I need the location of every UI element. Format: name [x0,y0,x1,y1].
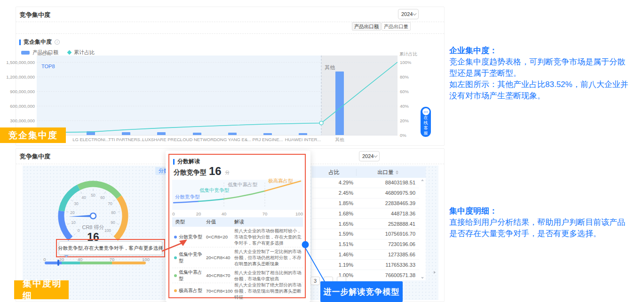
cell-qty: 7230196.06 [353,241,419,247]
table-row[interactable]: 2.45%46809975.90 [312,188,419,199]
gauge-tick: 70 [108,201,112,206]
legend-line-label[interactable]: 累计占比 [74,49,95,56]
col-header-quantity[interactable]: 出口量 [357,169,419,176]
y-tick: 1,200,000,000 [2,74,35,79]
scroll-up-icon[interactable] [421,179,424,181]
tab-export-quantity[interactable]: 产品出口量 [382,22,411,31]
slider-seg-orange [112,262,146,264]
section-accent-bar [19,40,21,45]
slider-marker[interactable] [57,260,59,266]
tab-export-amount[interactable]: 产品出口额 [352,22,381,31]
cell-qty: 1273385.66 [353,252,419,257]
curve-x-tick: 40 [222,211,227,216]
cell-qty: 11765336.33 [353,262,419,268]
panel2-title: 竞争集中度 [20,152,50,161]
type-desc: 前八大企业控制了绝大部分的市场份额，市场呈现出明显的寡头垄断特征 [233,282,303,300]
interpretation-table: 类型 分值 解读 分散竞争型 0<CR8<20 前八大企业的市场份额相对较小，市… [172,217,303,298]
divider [16,33,444,34]
curve-x-tick: 0 [172,211,175,216]
type-desc: 前八大企业控制了一定比例的市场份额，但市场仍然相对分散，不存在明显的寡头垄断现象 [233,248,303,267]
chevron-down-icon [374,154,378,158]
x-category: HUAWEI INTER... [282,137,324,142]
cell-pct: 1.68% [312,211,353,216]
interpretation-table-header: 类型 分值 解读 [172,217,303,227]
gauge-tick: 20 [70,210,74,215]
curve-label-4: 极高寡占型 [268,178,293,184]
cell-qty: 22838465.39 [353,200,419,206]
year-select-bottom[interactable]: 2024 [359,151,380,161]
year-select-top-value: 2024 [401,11,413,17]
cell-pct: 1.65% [312,221,353,227]
service-char: 客 [424,126,428,131]
y-tick: 900,000,000 [2,89,35,94]
sort-icon[interactable] [396,170,398,175]
y2-tick: 40% [400,103,409,109]
online-service-widget[interactable]: … 在 线 客 服 [421,107,431,137]
y2-tick: 60% [400,89,409,94]
y2-axis-title: 累计占比 [399,51,417,57]
x-axis-line [37,135,398,135]
interpretation-row: 极高寡占型 70<CR8<100 前八大企业控制了绝大部分的市场份额，市场呈现出… [172,283,303,298]
table-row[interactable]: 1.59%10756916.70 [312,229,419,239]
curve-label-3: 低集中寡占型 [228,182,257,188]
popup-score: 16 [209,165,222,178]
y2-tick: 100% [400,60,411,65]
gauge-tick: 40 [81,195,86,200]
table-row[interactable]: 4.29%88403198.51 [312,178,419,188]
scroll-down-icon[interactable] [421,277,424,279]
cell-qty: 46809975.90 [353,190,419,196]
legend-line-swatch[interactable] [67,50,72,55]
popup-header: 分数解读 [173,158,200,166]
table-row[interactable]: 1.65%2528888.41 [312,219,419,229]
info-icon[interactable]: i [55,40,60,45]
cell-pct: 2.45% [312,190,353,196]
year-select-top[interactable]: 2024 [398,9,419,19]
cell-qty: 10756916.70 [353,231,419,237]
gauge-tick: 80 [111,210,115,215]
legend-bar-swatch[interactable] [21,51,30,55]
popup-title: 分数解读 [177,158,200,166]
chevron-down-icon [413,12,417,16]
cell-qty: 76600571.38 [353,272,419,278]
col-header-quantity-label: 出口量 [377,169,394,176]
gauge-needle [69,215,93,217]
type-name: 极高寡占型 [179,287,202,294]
curve-x-tick: 20 [196,211,201,216]
section-title: 竞企集中度 [24,38,52,46]
score-range-slider[interactable] [45,262,146,264]
type-dot-green [174,274,177,277]
type-desc: 前八大企业的市场份额相对较小，市场竞争较为分散，存在大量的竞争对手，客户有更多选… [233,228,303,246]
y-tick: 300,000,000 [2,118,35,123]
sticker-company-concentration: 竞企集中度 [0,127,66,143]
table-row[interactable]: 1.68%448718.36 [312,208,419,219]
interpret-model-button[interactable]: 进一步解读竞争模型 [320,281,403,302]
gauge-tick: 50 [91,193,95,198]
type-desc: 前八大企业控制了相当比例的市场份额，市场集中度较高 [233,270,303,282]
cumulative-line-chart [37,56,398,135]
year-select-bottom-value: 2024 [362,153,374,159]
x-category: 其他 [318,137,361,143]
slider-seg-green [80,262,112,264]
annotation1-title: 企业集中度： [449,45,633,56]
cell-qty: 448718.36 [353,211,419,216]
y2-tick: 0% [400,133,406,138]
annotation2-p1: 直接给到用户分析结果，帮助用户判断目前该产品是否存在大量竞争对手，是否有更多选择… [449,217,633,239]
score-interpretation-popup: 分数解读 分散竞争型 16 分 分散竞争型 低集中竞争型 低集中寡占型 极高寡占… [166,151,310,302]
type-range: 0<CR8<20 [206,234,233,239]
panel1-title: 竞争集中度 [20,11,50,19]
table-scrollbar-vertical[interactable] [419,178,426,280]
scroll-right-icon[interactable] [434,271,436,274]
col-header-share[interactable]: 占比 [312,169,357,176]
line-marker-dot [319,121,323,125]
service-char: 线 [424,120,428,126]
service-char: 服 [424,131,428,136]
annotation1-p1: 竞企集中度趋势表格，可判断竞争市场是属于分散型还是属于垄断型。 [449,56,633,79]
chart-legend: 产品出口额 累计占比 [21,49,95,56]
type-range: 70<CR8<100 [206,288,233,294]
gauge-tick: 60 [100,195,104,200]
annotation1-p2: 如左图所示：其他产业占比83.52%，前八大企业并没有对市场产生垄断现象。 [449,79,633,102]
gauge-tick: 30 [74,201,78,206]
pcol-type: 类型 [172,219,206,225]
type-dot-teal [174,256,177,259]
table-row[interactable]: 1.85%22838465.39 [312,199,419,209]
